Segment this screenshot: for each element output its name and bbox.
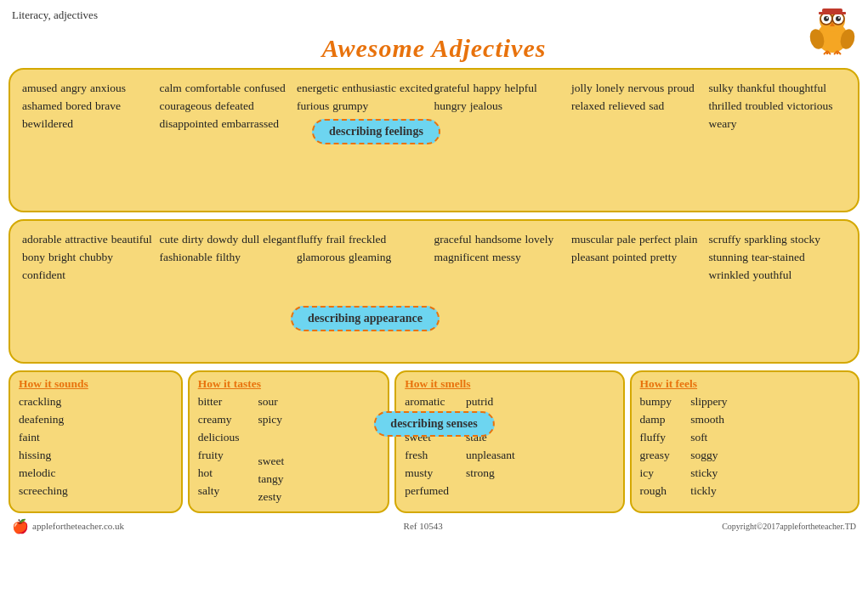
word: salty: [198, 483, 240, 500]
word: nervous: [628, 82, 665, 94]
word: lonely: [596, 82, 625, 94]
smells-col1: aromatic foul sweet fresh musty perfumed: [405, 393, 449, 500]
word: victorious: [787, 99, 833, 112]
word: sour: [258, 393, 284, 411]
word: pleasant: [571, 251, 609, 263]
word: muscular: [571, 233, 614, 246]
appearance-col3: fluffy frail freckled glamorous gleaming: [297, 231, 434, 285]
word: pale: [617, 233, 637, 246]
senses-row: How it sounds crackling deafening faint …: [9, 370, 859, 513]
word: adorable: [22, 233, 61, 246]
feels-col2: slippery smooth soft soggy sticky tickly: [690, 393, 728, 500]
word: filthy: [216, 251, 241, 263]
word: delicious: [198, 429, 240, 447]
feelings-col6: sulky thankful thoughtful thrilled troub…: [709, 80, 847, 133]
word: melodic: [19, 466, 56, 479]
smells-words: aromatic foul sweet fresh musty perfumed…: [405, 393, 614, 500]
word: fluffy: [297, 233, 323, 246]
word: hissing: [19, 449, 51, 461]
main-title: Awesome Adjectives: [9, 10, 859, 63]
word: happy: [473, 82, 501, 94]
word: crackling: [19, 395, 61, 408]
appearance-col4: graceful handsome lovely magnificent mes…: [434, 231, 572, 285]
word: fruity: [198, 447, 240, 465]
word: bored: [65, 99, 92, 112]
word: dull: [241, 233, 259, 246]
word: jealous: [470, 99, 502, 112]
word: graceful: [434, 233, 472, 246]
word: proud: [667, 82, 695, 94]
word: calm: [160, 82, 182, 94]
feelings-col1: amused angry anxious ashamed bored brave…: [22, 80, 160, 133]
word: plain: [674, 233, 697, 246]
word: stunning: [709, 251, 749, 263]
word: musty: [405, 465, 449, 483]
word: ashamed: [22, 99, 62, 112]
how-it-tastes-title: How it tastes: [198, 377, 380, 391]
word: icy: [640, 465, 672, 483]
svg-point-7: [838, 17, 840, 19]
logo-area: 🍎 applefortheteacher.co.uk: [12, 518, 124, 534]
word: rough: [640, 483, 672, 500]
how-it-sounds-title: How it sounds: [19, 377, 173, 391]
word: angry: [60, 82, 87, 94]
word: perfumed: [405, 483, 449, 500]
appearance-col2: cute dirty dowdy dull elegant fashionabl…: [160, 231, 298, 285]
mascot-icon: [807, 5, 858, 56]
word: fresh: [405, 447, 449, 465]
feelings-col2: calm comfortable confused courageous def…: [160, 80, 298, 133]
word: sulky: [709, 82, 734, 94]
word: soggy: [690, 447, 728, 465]
smells-col2: putrid rotten stale unpleasant strong: [466, 393, 515, 500]
word: bumpy: [640, 393, 672, 411]
appearance-section: adorable attractive beautiful bony brigh…: [9, 219, 859, 364]
appearance-words: adorable attractive beautiful bony brigh…: [22, 231, 846, 285]
word: bony: [22, 251, 45, 263]
how-it-sounds-box: How it sounds crackling deafening faint …: [9, 370, 183, 513]
word: sad: [649, 99, 664, 112]
word: perfect: [639, 233, 671, 246]
feels-words: bumpy damp fluffy greasy icy rough slipp…: [640, 393, 849, 500]
svg-point-5: [836, 16, 841, 21]
word: damp: [640, 411, 672, 429]
word: freckled: [349, 233, 386, 246]
word: fashionable: [160, 251, 213, 263]
tastes-words: bitter creamy delicious fruity hot salty…: [198, 393, 380, 506]
appearance-col6: scruffy sparkling stocky stunning tear-s…: [709, 231, 847, 285]
svg-rect-21: [819, 12, 846, 14]
word: fluffy: [640, 429, 672, 447]
word: grateful: [434, 82, 470, 94]
word: defeated: [215, 99, 254, 112]
how-it-feels-box: How it feels bumpy damp fluffy greasy ic…: [630, 370, 859, 513]
word: amused: [22, 82, 57, 94]
feelings-label: describing feelings: [312, 119, 440, 144]
word: tickly: [690, 483, 728, 500]
word: strong: [466, 465, 515, 483]
appearance-label-wrap: describing appearance: [291, 306, 440, 331]
word: disappointed: [160, 117, 218, 130]
word: zesty: [258, 489, 284, 506]
word: beautiful: [111, 233, 152, 246]
feelings-col5: jolly lonely nervous proud relaxed relie…: [571, 80, 709, 133]
copyright-text: Copyright©2017applefortheteacher.TD: [722, 522, 856, 531]
word: smooth: [690, 411, 728, 429]
word: frail: [326, 233, 346, 246]
top-label: Literacy, adjectives: [12, 8, 98, 22]
word: unpleasant: [466, 447, 515, 465]
word: faint: [19, 431, 40, 443]
word: lovely: [525, 233, 553, 246]
word: comfortable: [185, 82, 241, 94]
word: embarrassed: [222, 117, 279, 130]
how-it-tastes-box: How it tastes bitter creamy delicious fr…: [188, 370, 390, 513]
appearance-col5: muscular pale perfect plain pleasant poi…: [571, 231, 709, 285]
word: soft: [690, 429, 728, 447]
word: bewildered: [22, 117, 73, 130]
feelings-section: amused angry anxious ashamed bored brave…: [9, 68, 859, 212]
svg-point-4: [824, 16, 829, 21]
word: gleaming: [349, 251, 391, 263]
word: brave: [95, 99, 121, 112]
word: thankful: [737, 82, 775, 94]
word: helpful: [504, 82, 536, 94]
word: tangy: [258, 471, 284, 489]
word: scruffy: [709, 233, 741, 246]
